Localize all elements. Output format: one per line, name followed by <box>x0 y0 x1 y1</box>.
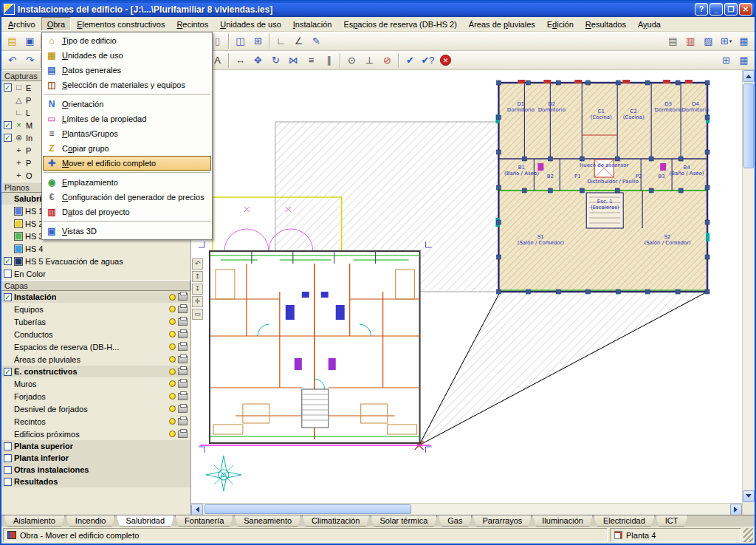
menu-item-limites-de-la-propiedad[interactable]: ▭Límites de la propiedad <box>43 112 211 126</box>
floor-up-icon[interactable]: ↥ <box>192 271 203 282</box>
menu-item-datos-del-proyecto[interactable]: ▥Datos del proyecto <box>43 205 211 219</box>
floor-indicator-box[interactable]: Planta 4 <box>610 528 741 542</box>
tab-fontaneria[interactable]: Fontanería <box>175 515 233 527</box>
undo-icon[interactable]: ↶ <box>4 52 21 69</box>
menu-item-mover-el-edificio-completo[interactable]: ✚Mover el edificio completo <box>43 156 211 171</box>
tab-gas[interactable]: Gas <box>438 515 472 527</box>
zoom-view-icon[interactable]: ▭ <box>192 309 203 320</box>
layer-color-icon[interactable] <box>169 306 176 312</box>
redo-icon[interactable]: ↷ <box>21 52 38 69</box>
drawing-area[interactable]: D1DormitorioD2DormitorioC1(Cocina)C2(Coc… <box>191 70 742 503</box>
menu-unidades-de-uso[interactable]: Unidades de uso <box>214 17 287 31</box>
open-job-icon[interactable]: ▤ <box>4 33 21 49</box>
layer-recintos[interactable]: Recintos <box>1 415 190 428</box>
layer-color-icon[interactable] <box>169 318 176 325</box>
tab-pararrayos[interactable]: Pararrayos <box>472 515 532 527</box>
tab-aislamiento[interactable]: Aislamiento <box>4 515 65 527</box>
en-color-row[interactable]: En Color <box>1 267 190 280</box>
selection-handle[interactable] <box>496 255 501 259</box>
layer-otras-instalaciones[interactable]: Otras instalaciones <box>1 464 190 476</box>
help-button[interactable]: ? <box>695 3 708 16</box>
menu-item-vistas-3d[interactable]: ▣Vistas 3D <box>43 224 211 239</box>
selection-handle[interactable] <box>705 220 709 224</box>
ortho-mode-icon[interactable]: ⊥ <box>361 52 378 69</box>
snap-settings-icon[interactable]: ⊙ <box>343 52 360 69</box>
selection-handle[interactable] <box>705 115 709 120</box>
layer-color-icon[interactable] <box>169 331 176 337</box>
layer-print-icon[interactable] <box>178 331 188 338</box>
scroll-right-button[interactable] <box>730 504 742 515</box>
reference-drawing-icon[interactable]: ▦ <box>735 52 752 69</box>
accept-icon[interactable]: ✔ <box>402 52 419 69</box>
close-button[interactable]: ✕ <box>739 3 752 16</box>
menu-item-tipo-de-edificio[interactable]: ⌂Tipo de edificio <box>43 33 211 48</box>
scroll-up-button[interactable] <box>743 70 755 82</box>
scroll-down-button[interactable] <box>743 490 755 502</box>
dimension-icon[interactable]: ↔ <box>232 52 249 69</box>
layer-print-icon[interactable] <box>178 431 188 438</box>
layer-color-icon[interactable] <box>169 294 176 301</box>
parallel-offset-icon[interactable]: ∥ <box>320 52 337 69</box>
title-bar[interactable]: Instalaciones del edificio - [J:\...\Plu… <box>1 1 755 17</box>
origin-axes-icon[interactable]: ∟ <box>272 33 289 49</box>
verify-icon[interactable]: ✔? <box>419 52 436 69</box>
layer-areas-de-pluviales[interactable]: Áreas de pluviales <box>1 353 190 366</box>
layer-conductos[interactable]: Conductos <box>1 328 190 340</box>
checkbox[interactable] <box>4 442 12 450</box>
menu-item-datos-generales[interactable]: ▤Datos generales <box>43 63 211 78</box>
selection-handle[interactable] <box>705 150 709 154</box>
selection-handle[interactable] <box>585 80 590 85</box>
hscroll-track[interactable] <box>203 504 730 515</box>
checkbox[interactable] <box>4 466 12 474</box>
selection-handle[interactable] <box>548 188 552 193</box>
minimize-button[interactable]: _ <box>709 3 723 16</box>
layer-muros[interactable]: Muros <box>1 377 190 390</box>
selection-handle[interactable] <box>556 289 560 294</box>
menu-item-emplazamiento[interactable]: ◉Emplazamiento <box>43 175 211 190</box>
selection-handle[interactable] <box>526 80 530 85</box>
selection-handle[interactable] <box>616 80 620 85</box>
checkbox[interactable]: ✓ <box>4 257 12 265</box>
menu-obra[interactable]: Obra <box>41 17 71 31</box>
layer-print-icon[interactable] <box>178 405 188 413</box>
checkbox[interactable]: ✓ <box>4 121 12 129</box>
checkbox[interactable] <box>4 454 12 462</box>
selection-handle[interactable] <box>526 289 530 294</box>
menu-item-copiar-grupo[interactable]: ZCopiar grupo <box>43 141 211 156</box>
selection-handle[interactable] <box>580 188 584 193</box>
drawing-sheets-icon[interactable]: ⊞▾ <box>718 33 735 49</box>
en-color-checkbox[interactable] <box>4 270 12 278</box>
checkbox[interactable]: ✓ <box>4 368 12 376</box>
menu-item-unidades-de-uso[interactable]: ▦Unidades de uso <box>43 48 211 63</box>
print-icon[interactable]: ▤ <box>664 33 681 49</box>
delete-element-icon[interactable]: ⊘ <box>379 52 396 69</box>
plan-layer-hs-4[interactable]: HS 4 <box>1 242 190 255</box>
layer-desnivel-de-forjados[interactable]: Desnivel de forjados <box>1 402 190 415</box>
menu-item-plantas-grupos[interactable]: ≡Plantas/Grupos <box>43 126 211 141</box>
menu-areas-de-pluviales[interactable]: Áreas de pluviales <box>463 17 541 31</box>
layer-equipos[interactable]: Equipos <box>1 303 190 315</box>
tab-saneamiento[interactable]: Saneamiento <box>234 515 301 527</box>
layer-instalacion[interactable]: ✓Instalación <box>1 291 190 303</box>
report-tables-icon[interactable]: ▦ <box>735 33 752 49</box>
previous-view-icon[interactable]: ↶ <box>192 258 203 270</box>
layer-color-icon[interactable] <box>169 356 176 363</box>
menu-archivo[interactable]: Archivo <box>2 17 41 31</box>
scroll-left-button[interactable] <box>191 504 203 515</box>
pan-view-icon[interactable]: ✛ <box>192 296 203 307</box>
layer-color-icon[interactable] <box>169 405 176 412</box>
selection-handle[interactable] <box>649 188 653 193</box>
layer-tuberias[interactable]: Tuberías <box>1 315 190 328</box>
menu-edicion[interactable]: Edición <box>541 17 580 31</box>
selection-handle[interactable] <box>615 188 619 193</box>
vscroll-track[interactable] <box>743 82 755 490</box>
selection-handle[interactable] <box>496 80 501 85</box>
checkbox[interactable] <box>4 478 12 486</box>
layer-color-icon[interactable] <box>169 393 176 400</box>
tab-salubridad[interactable]: Salubridad <box>116 515 174 527</box>
layer-resultados[interactable]: Resultados <box>1 476 190 487</box>
menu-instalacion[interactable]: Instalación <box>287 17 338 31</box>
rotate-element-icon[interactable]: ↻ <box>267 52 284 69</box>
layer-planta-inferior[interactable]: Planta inferior <box>1 452 190 464</box>
menu-espacios-de-reserva-db-hs-2[interactable]: Espacios de reserva (DB-HS 2) <box>337 17 462 31</box>
